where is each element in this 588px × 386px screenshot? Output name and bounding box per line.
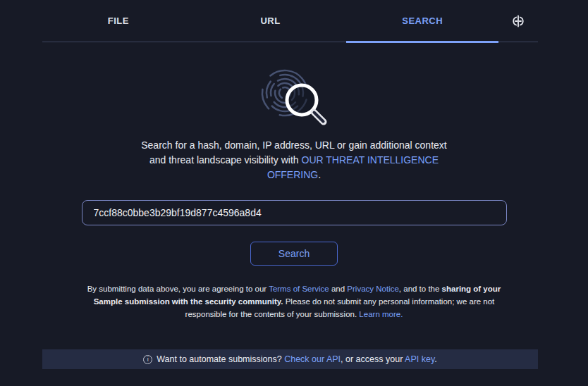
tab-search-label: SEARCH xyxy=(402,15,443,26)
check-our-api-link[interactable]: Check our API xyxy=(284,354,341,364)
search-description: Search for a hash, domain, IP address, U… xyxy=(125,138,463,182)
threat-intelligence-link[interactable]: OUR THREAT INTELLIGENCE xyxy=(302,154,439,166)
legal-text: By submitting data above, you are agreei… xyxy=(87,285,269,293)
tab-file[interactable]: FILE xyxy=(42,0,195,42)
search-input[interactable] xyxy=(82,200,507,225)
terms-of-service-link[interactable]: Terms of Service xyxy=(269,285,329,293)
keyboard-shortcuts-button[interactable] xyxy=(498,0,538,42)
hero-icon-container xyxy=(0,65,588,128)
tab-bar: FILE URL SEARCH xyxy=(42,0,538,42)
api-banner-text: Want to automate submissions? Check our … xyxy=(157,354,436,364)
legal-disclaimer: By submitting data above, you are agreei… xyxy=(87,282,501,320)
threat-intelligence-link-continued[interactable]: OFFERING xyxy=(267,169,318,180)
tab-search[interactable]: SEARCH xyxy=(346,0,498,42)
keyboard-shortcuts-icon xyxy=(510,13,527,30)
tab-url[interactable]: URL xyxy=(195,0,347,42)
banner-text: . xyxy=(434,354,436,364)
privacy-notice-link[interactable]: Privacy Notice xyxy=(347,285,399,293)
learn-more-link[interactable]: Learn more. xyxy=(359,310,403,318)
fingerprint-magnifier-icon xyxy=(255,65,333,128)
banner-text: Want to automate submissions? xyxy=(157,354,284,364)
tab-file-label: FILE xyxy=(108,15,129,26)
legal-text: and xyxy=(329,285,348,293)
banner-text: , or access your xyxy=(341,354,405,364)
description-line1: Search for a hash, domain, IP address, U… xyxy=(141,139,446,151)
api-banner: i Want to automate submissions? Check ou… xyxy=(42,349,538,369)
api-key-link[interactable]: API key xyxy=(405,354,434,364)
description-period: . xyxy=(318,169,321,180)
tab-url-label: URL xyxy=(260,15,280,26)
description-line2: and threat landscape visibility with xyxy=(149,154,302,166)
search-button[interactable]: Search xyxy=(250,242,338,266)
info-icon: i xyxy=(143,355,152,364)
legal-text: , and to the xyxy=(399,285,442,293)
